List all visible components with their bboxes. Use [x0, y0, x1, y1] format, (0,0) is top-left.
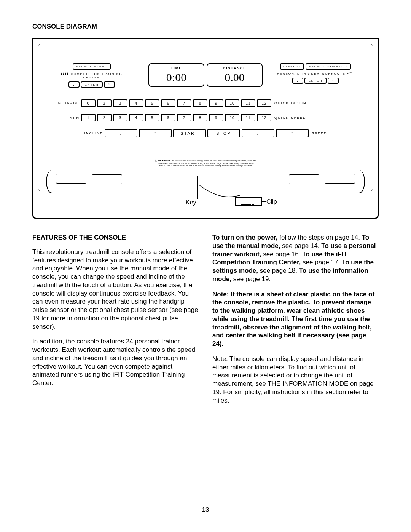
trainer-enter-button[interactable]: ENTER	[304, 78, 326, 84]
select-workout-button[interactable]: SELECT WORKOUT	[306, 63, 351, 70]
trainer-cluster: DISPLAY SELECT WORKOUT PERSONAL TRAINER …	[274, 63, 357, 84]
grade-button[interactable]: 11	[241, 99, 255, 107]
display-button[interactable]: DISPLAY	[280, 63, 304, 70]
page-number: 13	[0, 506, 411, 514]
select-event-button[interactable]: SELECT EVENT	[73, 63, 111, 70]
mph-row: MPH 1 2 3 4 5 6 7 8 9 10 11 12 QUICK SPE…	[54, 113, 357, 123]
console-inner-frame: SELECT EVENT ifit COMPETITION TRAINING C…	[38, 44, 373, 191]
safety-clip-icon	[235, 197, 262, 206]
time-display: TIME 0:00	[148, 63, 204, 87]
incline-label: INCLINE	[80, 131, 103, 135]
left-column: FEATURES OF THE CONSOLE This revolutiona…	[32, 233, 199, 411]
distance-display: DISTANCE 0.00	[207, 63, 263, 87]
grade-button[interactable]: 3	[113, 99, 127, 107]
key-callout-label: Key	[186, 199, 196, 206]
plastic-note-paragraph: Note: If there is a sheet of clear plast…	[212, 290, 379, 348]
speed-up-button[interactable]: ⌃	[276, 129, 309, 137]
trainer-up-button[interactable]: ⌃	[328, 78, 339, 84]
time-label: TIME	[171, 66, 182, 70]
grade-button[interactable]: 8	[193, 99, 207, 107]
text-run: see page 14.	[280, 242, 322, 249]
mph-button[interactable]: 11	[241, 114, 255, 121]
speed-down-button[interactable]: ⌄	[242, 129, 274, 137]
mph-button[interactable]: 1	[81, 114, 96, 121]
mph-button[interactable]: 2	[97, 114, 112, 121]
mph-button[interactable]: 9	[209, 114, 223, 121]
ifit-up-button[interactable]: ⌃	[104, 81, 115, 88]
features-paragraph-1: This revolutionary treadmill console off…	[32, 248, 199, 331]
grade-row: % GRADE 0 2 3 4 5 6 7 8 9 10 11 12 QUICK…	[54, 98, 357, 108]
mph-button[interactable]: 7	[177, 114, 191, 121]
right-column: To turn on the power, follow the steps o…	[212, 233, 379, 411]
mph-button[interactable]: 6	[161, 114, 175, 121]
clip-leader-line	[262, 201, 266, 202]
incline-down-button[interactable]: ⌄	[105, 129, 137, 137]
control-row: INCLINE ⌄ ⌃ START STOP ⌄ ⌃ SPEED	[80, 128, 331, 139]
stop-button[interactable]: STOP	[207, 129, 240, 137]
console-diagram: SELECT EVENT ifit COMPETITION TRAINING C…	[32, 38, 379, 219]
runner-icon	[347, 71, 354, 75]
trainer-down-button[interactable]: ⌄	[292, 78, 303, 84]
ifit-label: ifit COMPETITION TRAINING CENTER	[54, 71, 130, 79]
mph-button[interactable]: 4	[129, 114, 143, 121]
ifit-cluster: SELECT EVENT ifit COMPETITION TRAINING C…	[54, 63, 130, 88]
grade-button[interactable]: 5	[145, 99, 159, 107]
grade-label: % GRADE	[54, 101, 80, 105]
quick-speed-label: QUICK SPEED	[274, 116, 306, 120]
time-value: 0:00	[166, 71, 186, 84]
units-note-paragraph: Note: The console can display speed and …	[212, 355, 379, 405]
quick-incline-label: QUICK INCLINE	[274, 101, 310, 105]
features-heading: FEATURES OF THE CONSOLE	[32, 233, 199, 242]
warning-text: To reduce risk of serious injury, stand …	[157, 160, 256, 167]
text-run: see page 16.	[261, 251, 302, 258]
clip-callout-label: Clip	[266, 198, 277, 205]
mph-button[interactable]: 12	[257, 114, 271, 121]
incline-up-button[interactable]: ⌃	[139, 129, 172, 137]
warning-label: ⚠ WARNING: To reduce risk of serious inj…	[150, 159, 261, 167]
features-paragraph-2: In addition, the console features 24 per…	[32, 337, 199, 387]
grade-button[interactable]: 6	[161, 99, 175, 107]
instructions-paragraph: To turn on the power, follow the steps o…	[212, 233, 379, 283]
ifit-text: COMPETITION TRAINING CENTER	[69, 72, 123, 79]
mph-button[interactable]: 3	[113, 114, 127, 121]
grade-button[interactable]: 4	[129, 99, 143, 107]
console-diagram-heading: CONSOLE DIAGRAM	[32, 23, 379, 30]
ptw-label: PERSONAL TRAINER WORKOUTS	[274, 71, 357, 75]
grade-button[interactable]: 12	[257, 99, 271, 107]
grade-button[interactable]: 9	[209, 99, 223, 107]
mph-button[interactable]: 10	[225, 114, 239, 121]
ifit-enter-button[interactable]: ENTER	[81, 81, 102, 88]
text-run: see page 19.	[231, 275, 271, 283]
ptw-text: PERSONAL TRAINER WORKOUTS	[277, 72, 346, 75]
mph-label: MPH	[54, 116, 80, 120]
speed-label: SPEED	[312, 131, 331, 135]
text-run: see page 18.	[258, 267, 299, 274]
mph-button[interactable]: 5	[145, 114, 159, 121]
warning-prefix: ⚠ WARNING:	[155, 159, 171, 162]
text-run: see page 17.	[301, 259, 342, 266]
distance-value: 0.00	[225, 71, 245, 84]
ifit-logo: ifit	[61, 71, 69, 76]
start-button[interactable]: START	[173, 129, 206, 137]
text-run: follow the steps on page 14.	[278, 234, 362, 241]
distance-label: DISTANCE	[223, 66, 246, 70]
grade-button[interactable]: 10	[225, 99, 239, 107]
grade-button[interactable]: 0	[81, 99, 96, 107]
mph-button[interactable]: 8	[193, 114, 207, 121]
display-cluster: TIME 0:00 DISTANCE 0.00	[148, 63, 263, 87]
grade-button[interactable]: 2	[97, 99, 112, 107]
grade-button[interactable]: 7	[177, 99, 191, 107]
text-run: To turn on the power,	[212, 234, 278, 241]
ifit-down-button[interactable]: ⌄	[68, 81, 80, 88]
